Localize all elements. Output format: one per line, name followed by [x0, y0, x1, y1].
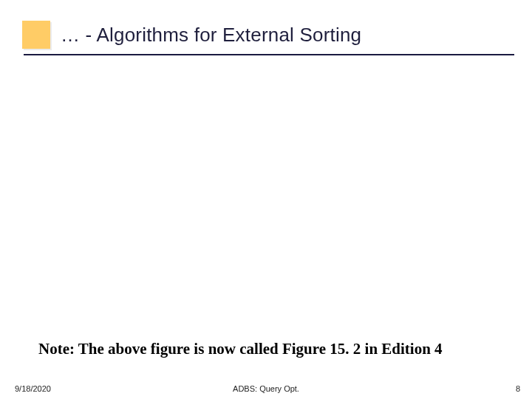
title-bullet-square	[22, 21, 50, 49]
slide-title: … - Algorithms for External Sorting	[61, 24, 361, 47]
footer-center: ADBS: Query Opt.	[0, 384, 532, 393]
title-bar: … - Algorithms for External Sorting	[0, 21, 532, 55]
footer: 9/18/2020 ADBS: Query Opt. 8	[0, 378, 532, 393]
title-underline	[24, 54, 514, 55]
slide: … - Algorithms for External Sorting Note…	[0, 0, 532, 399]
note-text: Note: The above figure is now called Fig…	[38, 340, 514, 358]
footer-page-number: 8	[516, 384, 520, 393]
